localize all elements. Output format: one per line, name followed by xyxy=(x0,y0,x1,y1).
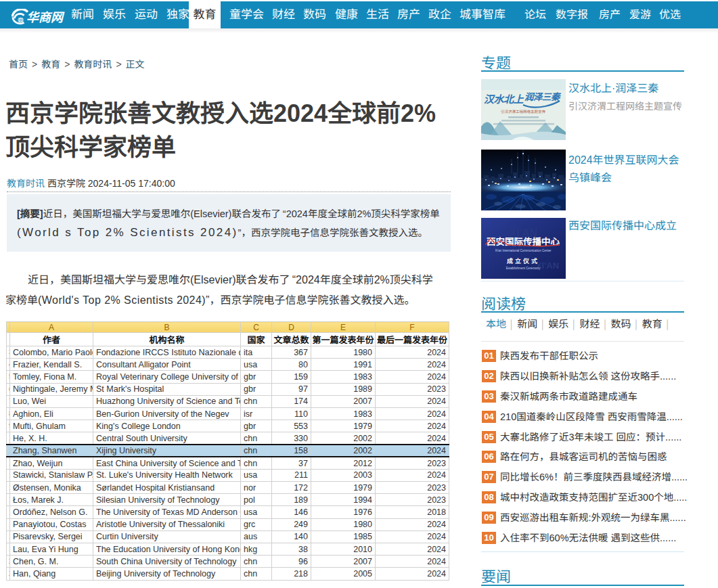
svg-text:润泽三秦: 润泽三秦 xyxy=(524,92,562,102)
svg-text:成立仪式: 成立仪式 xyxy=(507,258,539,265)
svg-text:Xi'an International Communicat: Xi'an International Communication Center xyxy=(495,249,552,252)
svg-text:Establishment Ceremony: Establishment Ceremony xyxy=(506,267,541,270)
svg-text:汉水北上: 汉水北上 xyxy=(484,93,524,105)
svg-text:引汉济渭工程网络主题宣传: 引汉济渭工程网络主题宣传 xyxy=(501,110,546,114)
